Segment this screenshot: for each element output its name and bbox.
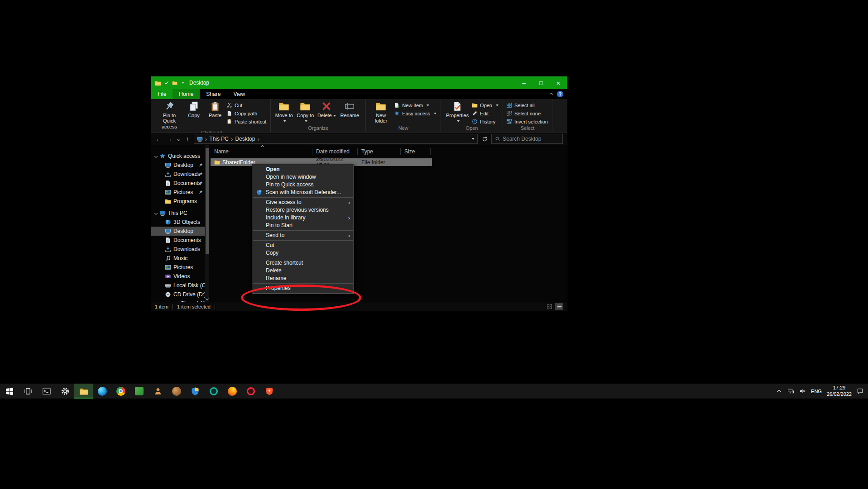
scrollbar-thumb[interactable] (206, 148, 209, 254)
context-menu-include-in-library[interactable]: Include in library › (252, 214, 354, 222)
context-menu-send-to[interactable]: Send to › (252, 232, 354, 239)
language-indicator[interactable]: ENG (811, 389, 822, 394)
context-menu-pin-to-quick-access[interactable]: Pin to Quick access (252, 181, 354, 189)
sidebar-item-programs[interactable]: Programs (151, 197, 205, 206)
paste-button[interactable]: Paste (205, 100, 225, 118)
taskbar-app-teal[interactable] (204, 384, 223, 399)
address-dropdown-caret-icon[interactable] (472, 138, 475, 140)
tab-view[interactable]: View (227, 89, 251, 99)
context-menu-scan-with-defender[interactable]: Scan with Microsoft Defender... (252, 189, 354, 196)
thumbnails-view-button[interactable] (545, 303, 553, 310)
history-button[interactable]: History (472, 118, 499, 125)
qat-folder-icon[interactable] (172, 80, 177, 85)
close-button[interactable]: × (550, 76, 567, 89)
delete-button[interactable]: Delete (317, 100, 336, 118)
sidebar-item-vmshared[interactable]: vmShared (\\VB (151, 299, 205, 302)
context-menu-copy[interactable]: Copy (252, 249, 354, 257)
taskbar-app-brown[interactable] (167, 384, 186, 399)
sidebar-item-desktop[interactable]: Desktop (151, 227, 205, 236)
sidebar-item-documents-qa[interactable]: Documents (151, 179, 205, 188)
context-menu-properties[interactable]: Properties (252, 285, 354, 292)
cut-button[interactable]: Cut (226, 102, 266, 109)
context-menu-delete[interactable]: Delete (252, 267, 354, 275)
taskbar-app-terminal[interactable] (37, 384, 56, 399)
forward-button[interactable]: → (165, 135, 173, 142)
copy-path-button[interactable]: Copy path (226, 110, 266, 117)
copy-to-button[interactable]: Copy to (295, 100, 315, 124)
collapse-ribbon-icon[interactable] (550, 92, 553, 95)
select-all-button[interactable]: Select all (506, 102, 548, 109)
breadcrumb-this-pc[interactable]: This PC (209, 136, 229, 142)
column-header-size[interactable]: Size (401, 148, 431, 155)
sidebar-item-pictures-qa[interactable]: Pictures (151, 188, 205, 197)
sidebar-item-pictures[interactable]: Pictures (151, 263, 205, 272)
sidebar-scrollbar[interactable] (205, 145, 209, 302)
breadcrumb-desktop[interactable]: Desktop (235, 136, 255, 142)
address-box[interactable]: › This PC › Desktop › (194, 134, 478, 144)
rename-button[interactable]: Rename (338, 100, 361, 118)
taskbar-app-people[interactable] (149, 384, 167, 399)
search-input[interactable] (503, 136, 559, 142)
invert-selection-button[interactable]: Invert selection (506, 118, 548, 125)
taskbar-app-red-ring[interactable] (241, 384, 260, 399)
volume-muted-icon[interactable] (799, 388, 806, 394)
sidebar-item-downloads[interactable]: Downloads (151, 245, 205, 254)
sidebar-item-documents[interactable]: Documents (151, 236, 205, 245)
back-button[interactable]: ← (155, 135, 163, 142)
sidebar-item-videos[interactable]: Videos (151, 272, 205, 281)
column-header-type[interactable]: Type (358, 148, 401, 155)
column-header-name[interactable]: Name (211, 148, 312, 155)
sidebar-item-downloads-qa[interactable]: Downloads (151, 170, 205, 179)
sidebar-item-local-disk-c[interactable]: Local Disk (C:) (151, 281, 205, 290)
hidden-icons-chevron-icon[interactable] (776, 388, 782, 394)
minimize-button[interactable]: – (515, 76, 532, 89)
properties-button[interactable]: Properties (444, 100, 470, 124)
taskbar-app-green[interactable] (130, 384, 149, 399)
task-view-button[interactable] (19, 384, 37, 399)
context-menu-give-access-to[interactable]: Give access to › (252, 199, 354, 206)
context-menu-restore-previous-versions[interactable]: Restore previous versions (252, 206, 354, 214)
new-folder-button[interactable]: New folder (369, 100, 393, 124)
sidebar-item-cd-drive-d[interactable]: CD Drive (D:) Vir (151, 290, 205, 299)
qat-check-icon[interactable] (164, 80, 169, 85)
details-view-button[interactable] (555, 303, 563, 310)
sidebar-item-3d-objects[interactable]: 3D Objects (151, 218, 205, 227)
tab-home[interactable]: Home (173, 89, 200, 99)
pin-to-quick-access-button[interactable]: Pin to Quick access (156, 100, 182, 129)
taskbar-app-settings[interactable] (56, 384, 74, 399)
taskbar-app-firefox[interactable] (223, 384, 241, 399)
context-menu-cut[interactable]: Cut (252, 242, 354, 249)
paste-shortcut-button[interactable]: Paste shortcut (226, 118, 266, 125)
easy-access-button[interactable]: Easy access (394, 110, 436, 117)
sidebar-item-music[interactable]: Music (151, 254, 205, 263)
expander-chevron-icon[interactable] (154, 211, 158, 214)
new-item-button[interactable]: New item (394, 102, 436, 109)
open-button[interactable]: Open (472, 102, 499, 109)
recent-locations-caret-icon[interactable] (176, 137, 181, 142)
action-center-icon[interactable] (857, 388, 863, 394)
edit-button[interactable]: Edit (472, 110, 499, 117)
qat-dropdown-caret-icon[interactable] (182, 82, 184, 84)
copy-button[interactable]: Copy (184, 100, 204, 118)
clock[interactable]: 17:29 26/02/2022 (827, 385, 852, 398)
start-button[interactable] (0, 384, 19, 399)
sidebar-item-quick-access[interactable]: Quick access (151, 152, 205, 161)
context-menu-open[interactable]: Open (252, 166, 354, 173)
taskbar-app-edge[interactable] (93, 384, 111, 399)
move-to-button[interactable]: Move to (274, 100, 294, 124)
help-icon[interactable]: ? (557, 91, 563, 97)
taskbar-app-chrome[interactable] (111, 384, 130, 399)
context-menu-rename[interactable]: Rename (252, 275, 354, 282)
up-button[interactable]: ↑ (183, 135, 192, 142)
taskbar-app-windows-security[interactable] (186, 384, 204, 399)
tab-share[interactable]: Share (200, 89, 227, 99)
taskbar-app-brave[interactable] (260, 384, 278, 399)
sidebar-item-desktop-qa[interactable]: Desktop (151, 161, 205, 170)
sidebar-item-this-pc[interactable]: This PC (151, 209, 205, 218)
select-none-button[interactable]: Select none (506, 110, 548, 117)
refresh-button[interactable] (480, 136, 489, 142)
context-menu-open-in-new-window[interactable]: Open in new window (252, 173, 354, 181)
maximize-button[interactable]: □ (532, 76, 550, 89)
taskbar-app-file-explorer[interactable] (74, 384, 93, 399)
tab-file[interactable]: File (151, 89, 173, 99)
